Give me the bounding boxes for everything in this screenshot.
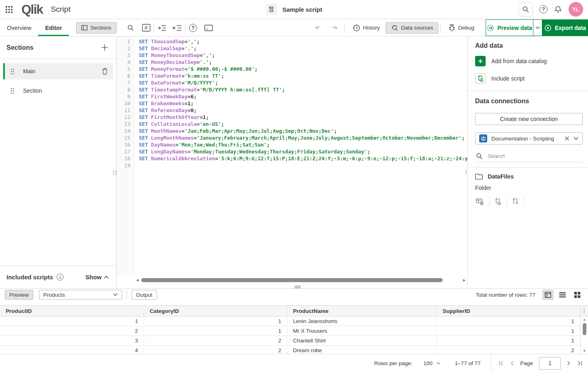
create-new-connection-button[interactable]: Create new connection bbox=[475, 113, 583, 125]
code-line[interactable]: SET MonthNames='Jan;Feb;Mar;Apr;May;Jun;… bbox=[139, 128, 467, 134]
clear-connection-icon[interactable] bbox=[565, 136, 569, 141]
code-line[interactable]: SET BrokenWeeks=1; bbox=[139, 100, 467, 107]
scroll-down-icon[interactable]: ▼ bbox=[583, 349, 586, 353]
code-lines[interactable]: SET ThousandSep=',';SET DecimalSep='.';S… bbox=[135, 36, 467, 275]
search-input[interactable] bbox=[487, 153, 582, 159]
script-editor[interactable]: 12345678910111213141516171819 SET Thousa… bbox=[117, 36, 467, 288]
outdent-icon[interactable] bbox=[170, 19, 185, 36]
chevron-up-icon bbox=[104, 276, 109, 279]
history-button[interactable]: History bbox=[347, 19, 386, 36]
user-avatar[interactable]: TL bbox=[569, 2, 583, 17]
code-line[interactable]: SET TimeFormat='h:mm:ss TT'; bbox=[139, 72, 467, 79]
page-number-input[interactable] bbox=[539, 357, 561, 370]
find-replace-icon[interactable] bbox=[123, 19, 138, 36]
code-line[interactable]: SET DecimalSep='.'; bbox=[139, 45, 467, 52]
code-line[interactable] bbox=[139, 162, 467, 169]
add-from-data-catalog[interactable]: + Add from data catalog bbox=[475, 56, 583, 66]
datafiles-connection[interactable]: DataFiles bbox=[475, 172, 583, 184]
scrollbar-thumb[interactable] bbox=[583, 323, 586, 335]
sections-toggle-button[interactable]: Sections bbox=[76, 22, 117, 34]
export-data-button[interactable]: Export data bbox=[542, 19, 588, 36]
show-toggle[interactable]: Show bbox=[85, 274, 109, 281]
preview-tab-button[interactable]: Preview bbox=[5, 290, 33, 300]
last-page-icon[interactable] bbox=[577, 361, 582, 366]
code-line[interactable]: SET NumericalAbbreviation='3:k;6:M;9:G;1… bbox=[139, 155, 467, 162]
drag-handle-icon[interactable] bbox=[11, 68, 14, 74]
scrollbar-thumb[interactable] bbox=[141, 278, 443, 282]
file-search[interactable] bbox=[475, 150, 583, 162]
indent-icon[interactable] bbox=[154, 19, 170, 36]
list-view-icon[interactable] bbox=[557, 290, 568, 300]
sidebar-section-item[interactable]: Main bbox=[3, 63, 113, 79]
add-section-icon[interactable] bbox=[101, 44, 108, 51]
notifications-bell-icon[interactable] bbox=[554, 5, 562, 14]
code-line[interactable]: SET MoneyFormat='$ ###0.00;-$ ###0.00'; bbox=[139, 66, 467, 72]
column-menu-cell[interactable]: ⋮ bbox=[580, 305, 588, 317]
data-sources-button[interactable]: Data sources bbox=[386, 22, 439, 34]
include-script[interactable]: Include script bbox=[475, 73, 583, 84]
syntax-help-icon[interactable]: ? bbox=[185, 19, 201, 36]
trash-icon[interactable] bbox=[102, 68, 108, 75]
output-tab-button[interactable]: Output bbox=[132, 290, 157, 300]
first-page-icon[interactable] bbox=[499, 361, 504, 366]
app-breadcrumb[interactable]: Sample script bbox=[266, 4, 322, 15]
connection-chevron-down-icon[interactable] bbox=[573, 137, 579, 140]
insert-connection-string-icon[interactable] bbox=[507, 198, 524, 206]
table-view-icon[interactable] bbox=[543, 290, 553, 300]
previous-page-icon[interactable] bbox=[510, 361, 514, 366]
sidebar-section-item[interactable]: Section bbox=[3, 83, 113, 99]
code-line[interactable]: SET LongMonthNames='January;February;Mar… bbox=[139, 134, 467, 141]
global-search-button[interactable] bbox=[518, 2, 533, 17]
column-header[interactable]: ProductID bbox=[0, 305, 144, 317]
code-line[interactable]: SET DateFormat='M/D/YYYY'; bbox=[139, 79, 467, 86]
code-line[interactable]: SET DayNames='Mon;Tue;Wed;Thu;Fri;Sat;Su… bbox=[139, 141, 467, 148]
column-header[interactable]: ProductName bbox=[287, 305, 437, 317]
info-icon[interactable]: i bbox=[57, 274, 64, 281]
tab-overview[interactable]: Overview bbox=[0, 19, 38, 36]
table-select[interactable]: Products bbox=[39, 290, 122, 300]
table-vertical-scrollbar[interactable]: ▲ ▼ bbox=[580, 317, 588, 355]
scroll-left-icon[interactable]: ◀ bbox=[136, 278, 139, 282]
debug-button[interactable]: Debug bbox=[443, 19, 480, 36]
connection-select[interactable]: Documentation - Scripting bbox=[475, 132, 583, 145]
select-data-icon[interactable] bbox=[475, 198, 489, 206]
scroll-right-icon[interactable]: ▶ bbox=[463, 278, 466, 282]
code-line[interactable]: SET ReferenceDay=0; bbox=[139, 107, 467, 114]
table-row[interactable]: 11Lenin Jeansshorts1 bbox=[0, 317, 588, 326]
rows-per-page-select[interactable]: 100 bbox=[422, 360, 442, 366]
code-line[interactable]: SET CollationLocale='en-US'; bbox=[139, 121, 467, 128]
output-console-icon[interactable] bbox=[201, 19, 216, 36]
help-icon[interactable]: ? bbox=[539, 5, 548, 13]
code-line[interactable]: SET TimestampFormat='M/D/YYYY h:mm:ss[.f… bbox=[139, 86, 467, 93]
bug-icon bbox=[448, 24, 455, 32]
code-line[interactable]: SET MoneyDecimalSep='.'; bbox=[139, 59, 467, 66]
connection-type-icon bbox=[479, 134, 487, 142]
column-header[interactable]: CategoryID bbox=[144, 305, 287, 317]
preview-data-button[interactable]: Preview data bbox=[486, 19, 533, 36]
table-row[interactable]: 21Mr X Trousers1 bbox=[0, 326, 588, 336]
editor-horizontal-scrollbar[interactable]: ◀ ▶ bbox=[136, 277, 466, 283]
code-line[interactable]: SET FirstMonthOfYear=1; bbox=[139, 114, 467, 121]
edit-connection-icon[interactable] bbox=[489, 198, 506, 206]
table-row[interactable]: 32Chantell Shirt1 bbox=[0, 336, 588, 346]
pagination-bar: Rows per page: 100 1–77 of 77 Page bbox=[0, 354, 588, 372]
column-header[interactable]: SupplierID bbox=[437, 305, 580, 317]
code-line[interactable]: SET ThousandSep=','; bbox=[139, 38, 467, 45]
tab-editor[interactable]: Editor bbox=[38, 19, 69, 36]
next-page-icon[interactable] bbox=[567, 361, 571, 366]
redo-icon[interactable] bbox=[327, 19, 342, 36]
code-line[interactable]: SET MoneyThousandSep=','; bbox=[139, 52, 467, 59]
grid-view-icon[interactable] bbox=[572, 290, 582, 300]
preview-options-caret[interactable] bbox=[533, 19, 542, 36]
scroll-up-icon[interactable]: ▲ bbox=[583, 318, 586, 321]
app-launcher-icon[interactable] bbox=[6, 6, 13, 13]
drag-handle-icon[interactable] bbox=[11, 88, 14, 94]
comment-icon[interactable] bbox=[138, 19, 154, 36]
sidebar-resize-handle[interactable] bbox=[113, 170, 116, 175]
page-title: Script bbox=[51, 5, 71, 14]
code-line[interactable]: SET FirstWeekDay=6; bbox=[139, 93, 467, 100]
qlik-logo[interactable]: Qlik bbox=[21, 3, 43, 16]
undo-icon[interactable] bbox=[311, 19, 327, 36]
code-line[interactable]: SET LongDayNames='Monday;Tuesday;Wednesd… bbox=[139, 148, 467, 155]
column-menu-icon[interactable]: ⋮ bbox=[582, 306, 587, 317]
